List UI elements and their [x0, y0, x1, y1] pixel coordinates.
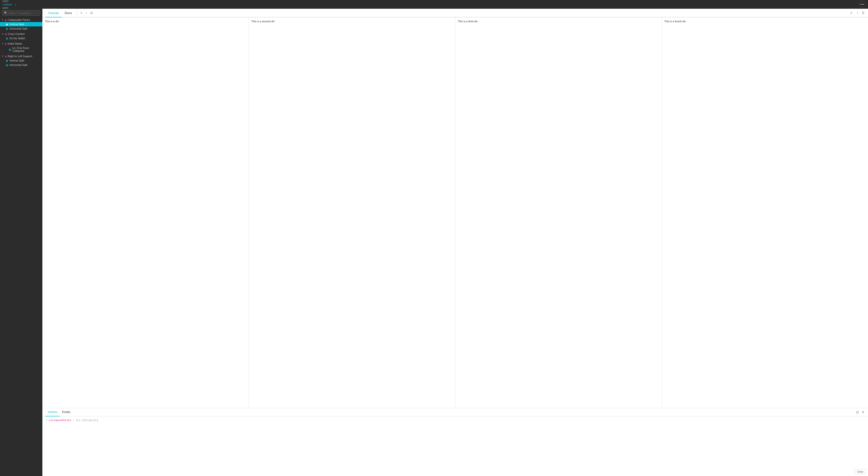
- sidebar-item-rtl-vertical-split[interactable]: ▣ Vertical Split: [0, 58, 42, 63]
- chevron-down-icon-rtl: ▼: [1, 55, 4, 57]
- fullscreen-button[interactable]: ⤢: [849, 10, 854, 16]
- sidebar-group-label-crazy-combo: Crazy Combo!: [8, 32, 25, 35]
- tab-docs[interactable]: Docs: [62, 9, 75, 18]
- main-layout: 🔍 ▼ ▣ Collapsable Panes ▣ Vertical Split…: [0, 9, 868, 476]
- app-name-react: react: [2, 0, 8, 2]
- group-icon-collapsable: ▣: [5, 19, 7, 21]
- story-icon-ltr: ▣: [9, 48, 11, 51]
- tab-knobs[interactable]: Knobs: [60, 408, 73, 416]
- sidebar-item-label-rtl-vertical: Vertical Split: [9, 59, 24, 62]
- resize-handle-icon: ↕: [14, 2, 16, 6]
- zoom-reset-button[interactable]: ⊙: [89, 10, 94, 16]
- canvas-pane-3: This is a third div: [455, 18, 662, 408]
- canvas-content: This is a div This is a second div This …: [42, 18, 868, 408]
- pane-4-text: This is a fourth div: [664, 20, 686, 23]
- bottom-panel: Actions Knobs ⊡ ✕ › collapsedSizes : (1)…: [42, 408, 868, 476]
- canvas-toolbar: Canvas Docs + − ⊙ ⤢ ↑ ⎘: [42, 9, 868, 18]
- story-icon-vertical-split: ▣: [6, 23, 8, 26]
- sidebar-group-initial-states: ▼ ▣ Initial States ▣ Ltr, First Pane Col…: [0, 41, 42, 54]
- sidebar-item-label-horizontal-split: Horizontal Split: [9, 27, 27, 30]
- action-colon: :: [73, 419, 74, 422]
- bottom-toolbar-right: ⊡ ✕: [856, 410, 865, 415]
- story-icon-do-the-splits: ▣: [6, 37, 8, 40]
- sidebar-group-header-collapsable-panes[interactable]: ▼ ▣ Collapsable Panes: [0, 18, 42, 22]
- search-icon: 🔍: [4, 11, 7, 14]
- menu-button[interactable]: •••: [859, 1, 866, 8]
- tab-actions[interactable]: Actions: [45, 408, 60, 416]
- app-title: react collapse pane: [2, 0, 12, 9]
- story-icon-rtl-horizontal: ▣: [6, 64, 8, 66]
- top-bar: react collapse pane ↕ •••: [0, 0, 868, 9]
- search-input[interactable]: [8, 11, 38, 14]
- sidebar-item-ltr-first-pane[interactable]: ▣ Ltr, First Pane Collapsed: [0, 46, 42, 53]
- canvas-pane-2: This is a second div: [249, 18, 456, 408]
- sidebar-group-crazy-combo: ▼ ▣ Crazy Combo! ▣ Do the Splits!: [0, 31, 42, 41]
- copy-button[interactable]: ⎘: [861, 10, 865, 16]
- sidebar-item-do-the-splits[interactable]: ▣ Do the Splits!: [0, 36, 42, 40]
- actions-content: › collapsedSizes : (1) [Array(4)] Clear: [42, 416, 868, 476]
- pane-1-text: This is a div: [45, 20, 59, 23]
- search-box[interactable]: 🔍: [2, 10, 40, 16]
- action-bullet: ›: [46, 419, 48, 422]
- sidebar-item-vertical-split[interactable]: ▣ Vertical Split: [0, 22, 42, 26]
- zoom-out-button[interactable]: −: [84, 10, 89, 16]
- canvas-pane-1: This is a div: [42, 18, 249, 408]
- canvas-pane-4: This is a fourth div: [662, 18, 868, 408]
- sidebar-group-label-rtl: Right to Left Support: [8, 55, 32, 58]
- sidebar-group-label-initial-states: Initial States: [8, 42, 22, 45]
- clear-button[interactable]: Clear: [855, 469, 866, 474]
- action-log-line: › collapsedSizes : (1) [Array(4)]: [46, 419, 865, 422]
- sidebar-group-rtl: ▼ ▣ Right to Left Support ▣ Vertical Spl…: [0, 54, 42, 67]
- sidebar: 🔍 ▼ ▣ Collapsable Panes ▣ Vertical Split…: [0, 9, 42, 476]
- sidebar-group-collapsable-panes: ▼ ▣ Collapsable Panes ▣ Vertical Split ▣…: [0, 17, 42, 31]
- story-icon-rtl-vertical: ▣: [6, 59, 8, 62]
- group-icon-crazy-combo: ▣: [5, 33, 7, 35]
- sidebar-item-horizontal-split[interactable]: ▣ Horizontal Split: [0, 26, 42, 31]
- sidebar-group-header-initial-states[interactable]: ▼ ▣ Initial States: [0, 41, 42, 46]
- pane-3-text: This is a third div: [458, 20, 478, 23]
- chevron-down-icon-initial: ▼: [1, 42, 4, 45]
- toolbar-right-controls: ⤢ ↑ ⎘: [849, 10, 865, 16]
- panel-resize-button[interactable]: ⊡: [856, 410, 860, 415]
- chevron-down-icon: ▼: [1, 19, 4, 21]
- chevron-down-icon-combo: ▼: [1, 33, 4, 35]
- sidebar-group-header-crazy-combo[interactable]: ▼ ▣ Crazy Combo!: [0, 32, 42, 36]
- sidebar-item-rtl-horizontal-split[interactable]: ▣ Horizontal Split: [0, 63, 42, 67]
- sidebar-item-label-do-the-splits: Do the Splits!: [9, 37, 25, 40]
- sidebar-item-label-vertical-split: Vertical Split: [9, 23, 24, 26]
- sidebar-item-label-rtl-horizontal: Horizontal Split: [9, 63, 27, 66]
- share-button[interactable]: ↑: [856, 10, 859, 16]
- action-key: collapsedSizes: [49, 419, 71, 422]
- tab-canvas[interactable]: Canvas: [45, 9, 62, 18]
- pane-2-text: This is a second div: [251, 20, 275, 23]
- bottom-toolbar: Actions Knobs ⊡ ✕: [42, 408, 868, 416]
- sidebar-group-label-collapsable-panes: Collapsable Panes: [8, 19, 30, 21]
- story-icon-horizontal-split: ▣: [6, 27, 8, 30]
- group-icon-rtl: ▣: [5, 55, 7, 58]
- content-area: Canvas Docs + − ⊙ ⤢ ↑ ⎘ This is a div Th…: [42, 9, 868, 476]
- app-name-collapse: collapse: [2, 3, 12, 6]
- zoom-in-button[interactable]: +: [79, 10, 84, 16]
- panel-close-button[interactable]: ✕: [861, 410, 865, 415]
- group-icon-initial-states: ▣: [5, 42, 7, 45]
- sidebar-item-label-ltr: Ltr, First Pane Collapsed: [12, 47, 40, 52]
- tab-divider: [77, 10, 77, 15]
- sidebar-group-header-rtl[interactable]: ▼ ▣ Right to Left Support: [0, 54, 42, 58]
- action-value: (1) [Array(4)]: [76, 419, 98, 422]
